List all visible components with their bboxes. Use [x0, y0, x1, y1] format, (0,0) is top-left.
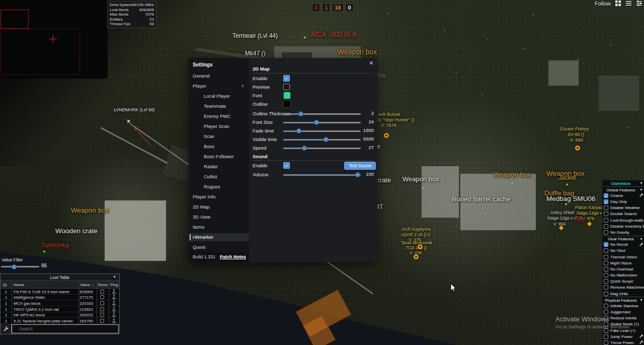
- loot-table-header[interactable]: Loot Table ▼: [1, 274, 119, 281]
- show-checkbox[interactable]: [100, 301, 104, 305]
- sidebar-item-local-player[interactable]: Local Player: [189, 92, 249, 100]
- col-qty[interactable]: Qt.: [3, 283, 8, 287]
- col-name[interactable]: Name: [14, 283, 24, 287]
- sidebar-item-player-scav[interactable]: Player Scav: [189, 122, 249, 130]
- enable-checkbox[interactable]: ✓: [283, 75, 290, 82]
- cheat-item-infinite-stamina[interactable]: Infinite Stamina: [602, 303, 644, 309]
- ping-icon[interactable]: [112, 312, 116, 318]
- follow-button[interactable]: Follow: [595, 1, 611, 7]
- section-header-physical-features[interactable]: Physical Features▼: [602, 297, 644, 303]
- sidebar-item-cultist[interactable]: Cultist: [189, 173, 249, 181]
- sound-enable-checkbox[interactable]: ✓: [283, 162, 290, 169]
- cheat-item-loot-through-walls[interactable]: Loot-through-walls: [602, 217, 644, 223]
- table-row[interactable]: 1FN P90 5.7x28 10.5 inch barrel625000: [1, 289, 119, 295]
- cheat-checkbox[interactable]: [604, 304, 608, 308]
- sidebar-item-raider[interactable]: Raider: [189, 163, 249, 171]
- section-header-global-features[interactable]: Global Features▼: [602, 186, 644, 192]
- cheat-checkbox[interactable]: ✓: [604, 199, 608, 204]
- sidebar-item-3d-view[interactable]: 3D View: [189, 213, 249, 221]
- cheat-checkbox[interactable]: ✓: [604, 193, 608, 198]
- table-row[interactable]: 1Intelligence folder277170: [1, 295, 119, 301]
- patch-notes-link[interactable]: Patch Notes: [220, 254, 246, 259]
- cheat-item-quick-scope[interactable]: Quick Scope: [602, 279, 644, 285]
- chevron-down-icon[interactable]: ▼: [639, 237, 643, 241]
- cheat-item-jump-power[interactable]: Jump Power: [602, 333, 644, 339]
- slider-thumb[interactable]: [298, 111, 303, 116]
- wrench-icon[interactable]: [639, 193, 643, 198]
- chevron-down-icon[interactable]: ▼: [639, 181, 643, 185]
- ping-icon[interactable]: [112, 295, 116, 301]
- sidebar-item-scav[interactable]: Scav: [189, 132, 249, 141]
- cheat-item-chams[interactable]: ✓Chams: [602, 192, 644, 198]
- ping-icon[interactable]: [112, 301, 116, 307]
- cheat-checkbox[interactable]: [604, 285, 608, 290]
- cheat-item-no-overheat[interactable]: No Overheat: [602, 266, 644, 272]
- table-row[interactable]: 15.11 Tactical Hexgrid plate carrier1627…: [1, 318, 119, 324]
- cheat-checkbox[interactable]: [604, 248, 608, 253]
- cheat-item-no-visor[interactable]: No Visor: [602, 248, 644, 254]
- sidebar-item-player[interactable]: Player∧: [189, 82, 249, 90]
- cheat-item-double-search[interactable]: Double Search: [602, 211, 644, 217]
- slider-thumb[interactable]: [324, 137, 329, 142]
- cheat-menu-title-row[interactable]: Clutchbox▼: [602, 180, 644, 186]
- ping-icon[interactable]: [112, 318, 116, 324]
- cheat-item-no-recoil[interactable]: ✓No Recoil: [602, 242, 644, 248]
- sidebar-item-teammate[interactable]: Teammate: [189, 102, 249, 110]
- cheat-item-no-malfunction[interactable]: No Malfunction: [602, 272, 644, 279]
- cheat-item-remove-attachments[interactable]: Remove Attachments: [602, 285, 644, 291]
- show-checkbox[interactable]: [100, 313, 104, 317]
- cheat-item-no-gravity[interactable]: No Gravity: [602, 229, 644, 235]
- sidebar-item-boss[interactable]: Boss: [189, 143, 249, 151]
- cheat-checkbox[interactable]: [604, 205, 608, 210]
- sidebar-item-quest[interactable]: Quest: [189, 243, 249, 251]
- chevron-down-icon[interactable]: ▼: [639, 298, 643, 302]
- volume-slider[interactable]: [283, 174, 361, 176]
- cheat-item-thermal-vision[interactable]: Thermal Vision: [602, 254, 644, 260]
- slider-thumb[interactable]: [302, 146, 307, 151]
- cheat-checkbox[interactable]: [604, 310, 608, 314]
- preview-checkbox[interactable]: [283, 84, 290, 90]
- cheat-checkbox[interactable]: [604, 230, 608, 235]
- cheat-checkbox[interactable]: [604, 255, 608, 259]
- cheat-checkbox[interactable]: [604, 218, 608, 223]
- value-filter-slider[interactable]: [1, 266, 39, 267]
- cheat-item-juggernaut[interactable]: Juggernaut: [602, 309, 644, 315]
- cheat-checkbox[interactable]: [604, 273, 608, 278]
- cheat-checkbox[interactable]: [604, 261, 608, 265]
- table-row[interactable]: 1HK MP5 A2 stock200222: [1, 312, 119, 318]
- slider-thumb[interactable]: [314, 120, 319, 125]
- sidebar-item-rogues[interactable]: Rogues: [189, 183, 249, 191]
- col-show[interactable]: Show: [98, 283, 108, 287]
- show-checkbox[interactable]: [100, 307, 104, 311]
- cheat-checkbox[interactable]: [604, 340, 608, 345]
- close-icon[interactable]: ×: [369, 59, 373, 67]
- show-checkbox[interactable]: [100, 319, 104, 323]
- cheat-item-night-vision[interactable]: Night Vision: [602, 260, 644, 266]
- sidebar-item-hitmarker[interactable]: Hitmarker: [189, 233, 249, 241]
- sidebar-item-player-info[interactable]: Player Info: [189, 193, 249, 201]
- col-value[interactable]: Value: [80, 283, 90, 287]
- ping-icon[interactable]: [112, 289, 116, 295]
- cheat-item-disable-weather[interactable]: Disable Weather: [602, 205, 644, 211]
- loot-settings-button[interactable]: [1, 324, 12, 334]
- sidebar-item-2d-map[interactable]: 2D Map: [189, 203, 249, 211]
- speed-slider[interactable]: [283, 148, 361, 149]
- sidebar-item-enemy-pmc[interactable]: Enemy PMC: [189, 112, 249, 120]
- table-row[interactable]: 1MCX gas block220333: [1, 300, 119, 306]
- table-row[interactable]: 1TROY QARS 4.2 inch rail219523: [1, 306, 119, 312]
- cheat-item-disable-inventory-blur[interactable]: Disable Inventory Blur: [602, 223, 644, 229]
- section-header-gear-features[interactable]: Gear Features▼: [602, 236, 644, 242]
- cheat-checkbox[interactable]: [604, 224, 608, 229]
- show-checkbox[interactable]: [100, 295, 104, 299]
- font-size-slider[interactable]: [283, 122, 361, 123]
- sidebar-item-items[interactable]: Items: [189, 223, 249, 231]
- col-ping[interactable]: Ping: [110, 283, 118, 287]
- menu-icon[interactable]: [625, 0, 632, 7]
- slider-thumb[interactable]: [296, 128, 301, 133]
- outline-color-swatch[interactable]: [283, 100, 291, 108]
- cheat-checkbox[interactable]: [604, 279, 608, 284]
- outline-thickness-slider[interactable]: [283, 113, 361, 115]
- show-checkbox[interactable]: [100, 290, 104, 294]
- sidebar-item-general[interactable]: General: [189, 72, 249, 80]
- filter-sliders-icon[interactable]: [636, 0, 642, 7]
